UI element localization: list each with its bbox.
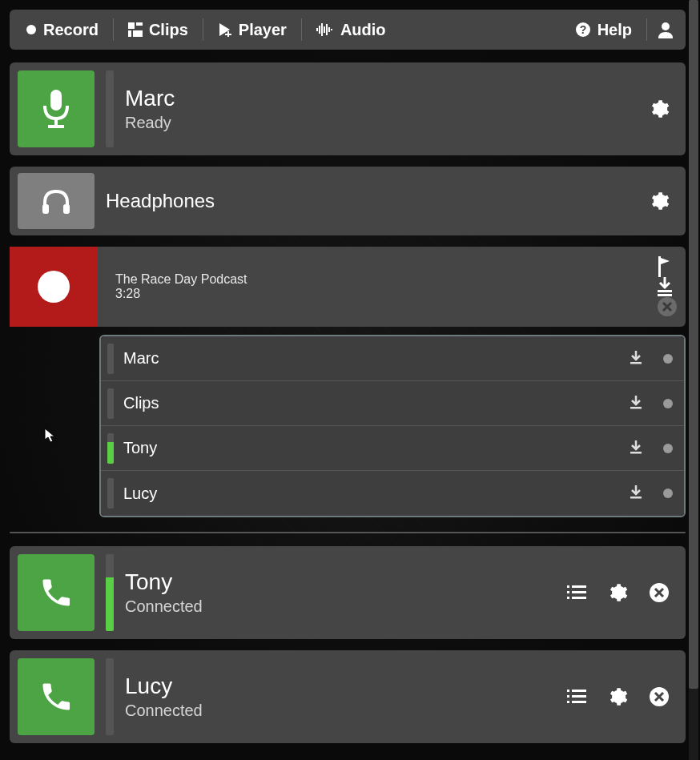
download-all-button[interactable] [657, 277, 678, 296]
call-tile[interactable] [18, 658, 95, 735]
local-name: Marc [125, 86, 638, 111]
player-label: Player [239, 21, 287, 39]
guest-status: Connected [125, 597, 556, 616]
headphones-tile[interactable] [18, 173, 95, 229]
svg-rect-22 [658, 256, 661, 277]
svg-point-0 [26, 25, 36, 34]
help-label: Help [597, 21, 632, 39]
svg-rect-26 [630, 362, 642, 364]
close-recording-button[interactable] [657, 296, 678, 317]
close-icon [649, 686, 670, 707]
track-vu-meter [107, 344, 114, 374]
svg-rect-41 [567, 701, 569, 703]
track-download-button[interactable] [628, 349, 644, 368]
phone-icon [38, 679, 74, 714]
gear-icon [607, 686, 628, 707]
user-icon [657, 21, 674, 38]
svg-text:?: ? [579, 23, 586, 36]
call-tile[interactable] [18, 554, 95, 631]
separator [646, 18, 647, 41]
scrollbar-thumb[interactable] [689, 0, 698, 689]
download-icon [657, 277, 673, 296]
svg-rect-23 [658, 290, 672, 292]
track-vu-meter [107, 478, 114, 509]
local-mic-card: Marc Ready [10, 62, 686, 155]
account-button[interactable] [654, 16, 678, 43]
record-dot-icon [26, 24, 37, 35]
audio-label: Audio [340, 21, 386, 39]
download-icon [628, 439, 644, 455]
list-icon [567, 584, 586, 601]
toolbar: Record Clips Player Audio ? Help [10, 10, 686, 50]
waveform-icon [316, 22, 334, 37]
guest-settings-button[interactable] [607, 582, 628, 603]
guest-disconnect-button[interactable] [649, 686, 670, 707]
track-status-dot [663, 354, 673, 364]
svg-rect-8 [319, 26, 320, 34]
track-download-button[interactable] [628, 439, 644, 458]
svg-rect-1 [128, 22, 135, 29]
guest-settings-button[interactable] [607, 686, 628, 707]
track-vu-meter [107, 433, 114, 464]
clips-button[interactable]: Clips [120, 16, 196, 44]
guest-chat-button[interactable] [567, 584, 586, 601]
svg-rect-28 [630, 452, 642, 454]
separator [113, 18, 114, 41]
list-icon [567, 688, 586, 706]
headphones-label: Headphones [106, 190, 638, 212]
svg-rect-35 [572, 597, 586, 599]
guest-chat-button[interactable] [567, 688, 586, 706]
microphone-icon [40, 88, 72, 130]
svg-rect-10 [324, 26, 325, 33]
guest-disconnect-button[interactable] [649, 582, 670, 603]
guest-vu-meter [106, 554, 114, 631]
clips-icon [128, 22, 143, 37]
headphones-icon [40, 187, 72, 215]
svg-rect-38 [572, 690, 586, 692]
gear-icon [607, 582, 628, 603]
svg-rect-40 [572, 695, 586, 698]
gear-icon [649, 99, 670, 119]
separator [203, 18, 203, 41]
svg-rect-18 [54, 119, 58, 125]
svg-rect-11 [326, 24, 328, 35]
track-status-dot [663, 489, 673, 498]
record-indicator-icon [38, 271, 70, 303]
headphones-settings-button[interactable] [649, 191, 670, 211]
svg-rect-20 [42, 204, 49, 214]
track-status-dot [663, 444, 673, 453]
record-label: Record [43, 21, 99, 39]
svg-rect-17 [50, 90, 62, 111]
recording-tile[interactable] [10, 247, 98, 327]
guest-card: Tony Connected [10, 546, 686, 639]
svg-rect-6 [225, 34, 231, 35]
download-icon [628, 484, 644, 500]
play-icon [218, 22, 232, 37]
separator [301, 18, 302, 41]
track-download-button[interactable] [628, 394, 644, 413]
audio-button[interactable]: Audio [308, 16, 394, 44]
recording-elapsed: 3:28 [115, 287, 639, 301]
local-settings-button[interactable] [649, 99, 670, 119]
svg-rect-9 [321, 23, 323, 36]
scrollbar[interactable] [689, 0, 698, 760]
player-button[interactable]: Player [210, 16, 295, 44]
track-download-button[interactable] [628, 484, 644, 503]
recording-card: The Race Day Podcast 3:28 Marc Clips [10, 247, 686, 517]
help-button[interactable]: ? Help [567, 16, 640, 44]
track-row: Clips [101, 381, 684, 426]
track-row: Lucy [101, 471, 684, 516]
record-button[interactable]: Record [18, 16, 107, 44]
svg-rect-13 [331, 29, 332, 30]
download-icon [628, 394, 644, 410]
section-divider [10, 532, 686, 533]
svg-rect-32 [567, 591, 569, 593]
guest-card: Lucy Connected [10, 650, 686, 743]
svg-rect-33 [572, 591, 586, 593]
track-row: Marc [101, 336, 684, 381]
clips-label: Clips [149, 21, 188, 39]
marker-button[interactable] [657, 256, 678, 277]
mic-tile[interactable] [18, 70, 95, 147]
svg-rect-21 [63, 204, 70, 214]
svg-rect-34 [567, 597, 569, 599]
